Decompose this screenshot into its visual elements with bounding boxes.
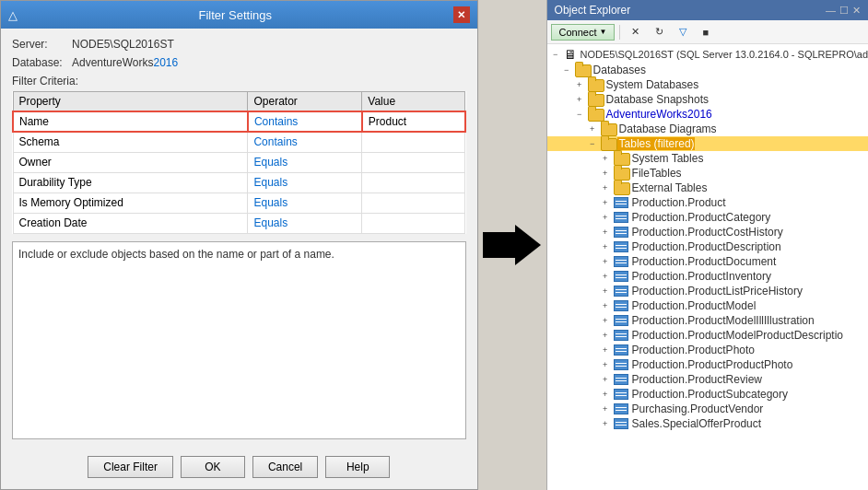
table-row[interactable]: Durability TypeEquals [13,172,465,192]
toolbar-separator-1 [619,25,620,40]
cell-value [362,192,465,213]
item-label: Production.ProductDescription [630,240,781,253]
stop-button[interactable]: ■ [696,24,715,41]
dialog-titlebar: △ Filter Settings ✕ [1,1,477,29]
dialog-buttons: Clear Filter OK Cancel Help [1,449,477,489]
list-item[interactable]: −Tables (filtered) [547,136,868,151]
clear-filter-button[interactable]: Clear Filter [88,456,173,478]
list-item[interactable]: +Production.ProductDescription [547,239,868,254]
table-icon [614,271,628,282]
list-item[interactable]: +Production.ProductInventory [547,269,868,284]
item-label: Production.ProductCategory [630,211,771,224]
root-expand-icon: − [549,48,562,61]
list-item[interactable]: +Production.ProductModel [547,298,868,313]
table-icon [614,403,628,414]
list-item[interactable]: +Production.ProductReview [547,372,868,387]
refresh-button[interactable]: ↻ [649,23,670,41]
expand-icon: + [599,211,612,224]
arrow-shape [483,225,541,265]
cell-operator: Equals [248,152,362,172]
list-item[interactable]: +Production.ProductCategory [547,210,868,225]
expand-icon: + [599,388,612,401]
filter-button[interactable]: ▽ [673,23,693,41]
help-button[interactable]: Help [325,456,390,478]
list-item[interactable]: −AdventureWorks2016 [547,107,868,122]
server-label: Server: [12,38,72,51]
object-explorer-titlebar: Object Explorer — ☐ ✕ [547,0,868,20]
cancel-button[interactable]: Cancel [252,456,318,478]
list-item[interactable]: +System Databases [547,77,868,92]
folder-icon [614,168,628,179]
table-row[interactable]: Is Memory OptimizedEquals [13,192,465,213]
item-label: Production.ProductSubcategory [630,388,788,401]
database-label: Database: [12,56,72,69]
cell-property: Owner [13,152,248,172]
list-item[interactable]: +External Tables [547,181,868,195]
expand-icon: + [599,329,612,342]
tree-root[interactable]: − 🖥 NODE5\SQL2016ST (SQL Server 13.0.216… [547,46,868,63]
item-label: Production.ProductPhoto [630,344,755,356]
folder-icon [588,79,603,90]
item-label: AdventureWorks2016 [604,108,712,121]
folder-icon [588,109,603,120]
ok-button[interactable]: OK [181,456,245,478]
list-item[interactable]: +Production.ProductProductPhoto [547,357,868,372]
col-property: Property [13,92,248,112]
expand-icon: + [599,270,612,283]
cell-value [362,132,465,152]
list-item[interactable]: +Database Diagrams [547,122,868,136]
object-explorer-tree: − 🖥 NODE5\SQL2016ST (SQL Server 13.0.216… [547,44,868,490]
expand-icon: + [599,358,612,371]
connect-button[interactable]: Connect ▼ [551,24,616,41]
item-label: Production.ProductModel [630,299,757,312]
table-row[interactable]: SchemaContains [13,132,465,152]
list-item[interactable]: +Production.ProductDocument [547,254,868,269]
table-row[interactable]: OwnerEquals [13,152,465,172]
list-item[interactable]: +FileTables [547,166,868,181]
cell-operator: Contains [248,111,362,132]
list-item[interactable]: +System Tables [547,151,868,166]
list-item[interactable]: +Database Snapshots [547,92,868,107]
table-row[interactable]: NameContainsProduct [13,111,465,132]
cell-property: Schema [13,132,248,152]
list-item[interactable]: +Production.ProductSubcategory [547,387,868,402]
folder-icon [601,138,616,149]
cell-operator: Equals [248,172,362,192]
table-icon [614,389,628,400]
table-icon [614,300,628,311]
list-item[interactable]: +Production.ProductCostHistory [547,225,868,239]
cell-property: Creation Date [13,213,248,233]
list-item[interactable]: +Production.Product [547,195,868,210]
connect-label: Connect [559,27,597,38]
expand-icon: + [586,122,599,135]
list-item[interactable]: +Purchasing.ProductVendor [547,402,868,416]
expand-icon: + [599,240,612,253]
close-icon[interactable]: ✕ [852,5,861,17]
item-label: Tables (filtered) [617,137,695,150]
table-icon [614,256,628,267]
pin-icon[interactable]: — [826,5,836,17]
expand-icon: − [560,64,573,76]
list-item[interactable]: +Production.ProductPhoto [547,343,868,357]
expand-icon: + [599,152,612,165]
table-row[interactable]: Creation DateEquals [13,213,465,233]
table-icon [614,197,628,208]
cell-value [362,213,465,233]
cell-value: Product [362,111,465,132]
object-explorer-toolbar: Connect ▼ ✕ ↻ ▽ ■ [547,20,868,44]
dialog-body: Server: NODE5\SQL2016ST Database: Advent… [1,29,477,449]
filter-icon-title: △ [8,8,18,22]
list-item[interactable]: +Sales.SpecialOfferProduct [547,416,868,431]
expand-icon: + [573,93,586,106]
list-item[interactable]: −Databases [547,63,868,77]
table-icon [614,286,628,297]
close-button[interactable]: ✕ [453,6,470,23]
list-item[interactable]: +Production.ProductListPriceHistory [547,284,868,298]
folder-icon [614,182,628,193]
cell-value [362,172,465,192]
disconnect-button[interactable]: ✕ [625,23,646,41]
description-text: Include or exclude objects based on the … [18,248,334,261]
list-item[interactable]: +Production.ProductModelProductDescripti… [547,328,868,343]
list-item[interactable]: +Production.ProductModelIllIllustration [547,313,868,328]
float-icon[interactable]: ☐ [839,5,849,17]
